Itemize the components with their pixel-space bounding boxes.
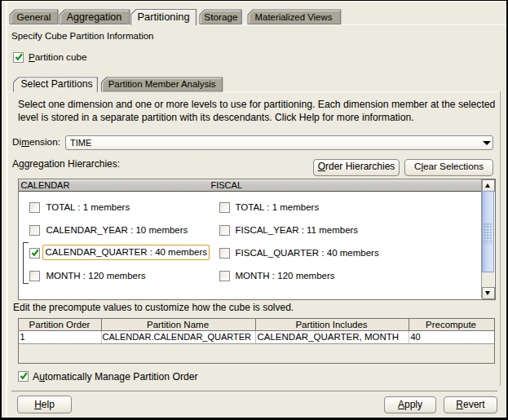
svg-text:Partition Member Analysis: Partition Member Analysis bbox=[108, 79, 216, 89]
svg-text:Storage: Storage bbox=[204, 11, 238, 23]
svg-text:Select Partitions: Select Partitions bbox=[20, 78, 92, 90]
svg-text:Materialized Views: Materialized Views bbox=[255, 12, 333, 22]
svg-text:Partitioning: Partitioning bbox=[137, 11, 189, 23]
svg-text:General: General bbox=[17, 11, 51, 23]
svg-text:Aggregation: Aggregation bbox=[67, 11, 121, 23]
